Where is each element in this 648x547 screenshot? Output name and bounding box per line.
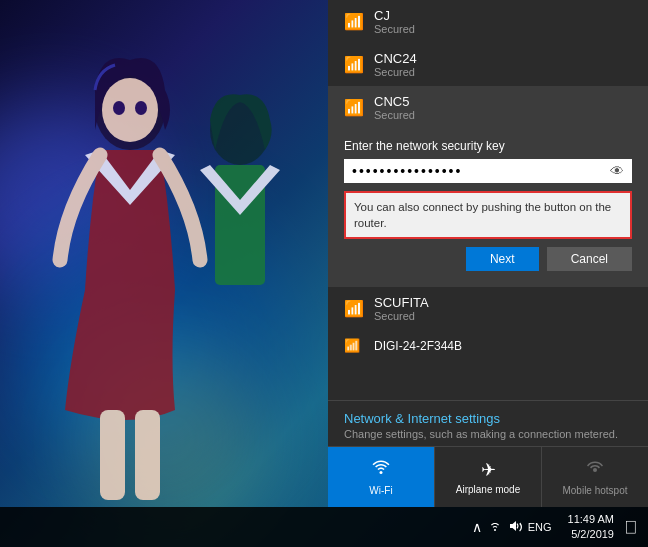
- hotspot-tile-label: Mobile hotspot: [562, 485, 627, 497]
- wifi-network-cnc5: 📶 CNC5 Secured Enter the network securit…: [328, 86, 648, 287]
- wifi-info-scufita: SCUFITA Secured: [374, 295, 429, 322]
- taskbar-clock[interactable]: 11:49 AM 5/2/2019: [560, 512, 622, 543]
- wifi-list: 📶 CJ Secured 📶 CNC24 Secured 📶 CNC5 Secu…: [328, 0, 648, 400]
- svg-rect-2: [135, 410, 160, 500]
- svg-point-8: [593, 468, 597, 472]
- wifi-icon-cnc5: 📶: [344, 98, 364, 117]
- anime-character: [10, 10, 340, 520]
- router-hint: You can also connect by pushing the butt…: [344, 191, 632, 239]
- taskbar-lang-icon[interactable]: ENG: [528, 521, 552, 533]
- password-container: 👁: [344, 159, 632, 183]
- wifi-info-cnc5: CNC5 Secured: [374, 94, 415, 121]
- password-label: Enter the network security key: [344, 139, 632, 153]
- quick-tile-airplane[interactable]: ✈ Airplane mode: [435, 447, 542, 507]
- wifi-tile-label: Wi-Fi: [369, 485, 392, 497]
- cancel-button[interactable]: Cancel: [547, 247, 632, 271]
- wifi-info-digi: DIGI-24-2F344B: [374, 339, 462, 353]
- password-input[interactable]: [344, 159, 602, 183]
- wifi-icon-cnc24: 📶: [344, 55, 364, 74]
- wifi-tile-icon: [371, 457, 391, 482]
- svg-point-4: [113, 101, 125, 115]
- router-hint-text: You can also connect by pushing the butt…: [354, 201, 611, 229]
- wifi-icon-scufita: 📶: [344, 299, 364, 318]
- network-settings-desc: Change settings, such as making a connec…: [344, 428, 632, 440]
- wifi-name-cnc24: CNC24: [374, 51, 417, 66]
- wifi-name-scufita: SCUFITA: [374, 295, 429, 310]
- taskbar-date-display: 5/2/2019: [568, 527, 614, 542]
- wifi-name-cj: CJ: [374, 8, 415, 23]
- connect-form: Enter the network security key 👁 You can…: [344, 131, 632, 287]
- wifi-network-cj[interactable]: 📶 CJ Secured: [328, 0, 648, 43]
- next-button[interactable]: Next: [466, 247, 539, 271]
- wifi-network-digi[interactable]: 📶 DIGI-24-2F344B: [328, 330, 648, 361]
- quick-actions: Wi-Fi ✈ Airplane mode Mobile hotspot: [328, 446, 648, 507]
- wifi-status-cnc24: Secured: [374, 66, 417, 78]
- wifi-status-cj: Secured: [374, 23, 415, 35]
- quick-tile-wifi[interactable]: Wi-Fi: [328, 447, 435, 507]
- airplane-tile-icon: ✈: [481, 459, 496, 481]
- taskbar-network-icon[interactable]: [488, 519, 502, 536]
- wifi-status-cnc5: Secured: [374, 109, 415, 121]
- eye-icon[interactable]: 👁: [602, 159, 632, 183]
- svg-rect-1: [100, 410, 125, 500]
- wifi-status-scufita: Secured: [374, 310, 429, 322]
- svg-point-5: [135, 101, 147, 115]
- svg-point-3: [102, 78, 158, 142]
- taskbar-time-display: 11:49 AM: [568, 512, 614, 527]
- network-settings-link[interactable]: Network & Internet settings: [344, 411, 632, 426]
- taskbar-chevron-icon[interactable]: ∧: [472, 519, 482, 535]
- wifi-info-cj: CJ Secured: [374, 8, 415, 35]
- wifi-icon-digi: 📶: [344, 338, 364, 353]
- wifi-name-cnc5: CNC5: [374, 94, 415, 109]
- wifi-info-cnc24: CNC24 Secured: [374, 51, 417, 78]
- taskbar-volume-icon[interactable]: [508, 519, 522, 536]
- hotspot-tile-icon: [585, 457, 605, 482]
- wifi-panel: 📶 CJ Secured 📶 CNC24 Secured 📶 CNC5 Secu…: [328, 0, 648, 507]
- wifi-network-cnc24[interactable]: 📶 CNC24 Secured: [328, 43, 648, 86]
- taskbar-system-icons: ∧ ENG: [464, 519, 560, 536]
- wifi-icon-cj: 📶: [344, 12, 364, 31]
- network-settings-section: Network & Internet settings Change setti…: [328, 400, 648, 446]
- taskbar-notification-icon[interactable]: ⎕: [622, 518, 640, 536]
- wifi-network-scufita[interactable]: 📶 SCUFITA Secured: [328, 287, 648, 330]
- quick-tile-hotspot[interactable]: Mobile hotspot: [542, 447, 648, 507]
- button-row: Next Cancel: [344, 247, 632, 277]
- taskbar: ∧ ENG 11:49 AM 5/2/2019 ⎕: [0, 507, 648, 547]
- wifi-cnc5-header[interactable]: 📶 CNC5 Secured: [344, 94, 632, 121]
- airplane-tile-label: Airplane mode: [456, 484, 520, 496]
- wifi-name-digi: DIGI-24-2F344B: [374, 339, 462, 353]
